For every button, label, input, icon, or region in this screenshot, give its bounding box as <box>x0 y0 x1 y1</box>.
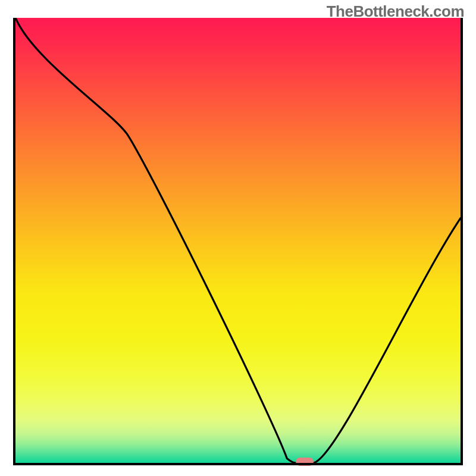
svg-rect-0 <box>15 18 461 463</box>
watermark-text: TheBottleneck.com <box>327 2 464 21</box>
optimum-marker <box>296 458 314 466</box>
chart-background <box>15 18 461 463</box>
bottleneck-chart: TheBottleneck.com <box>0 0 476 476</box>
